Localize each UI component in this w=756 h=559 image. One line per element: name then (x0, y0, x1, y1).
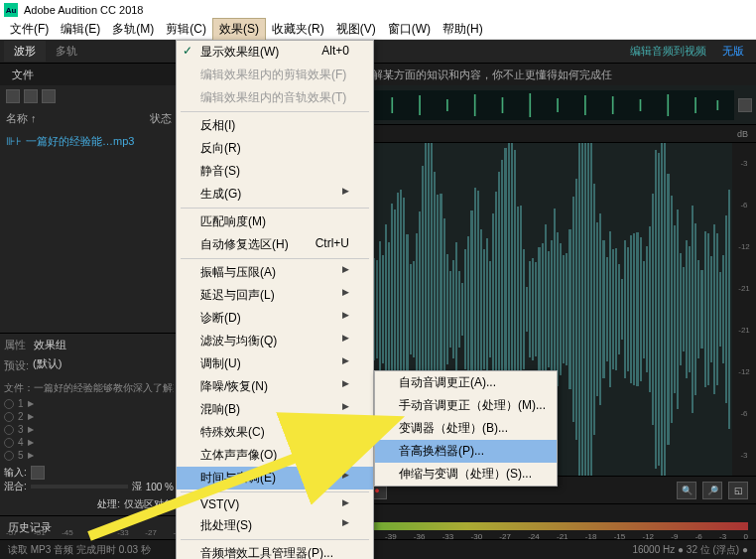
waveform-icon: ⊪⊦ (6, 135, 22, 148)
preset-label: 预设: (4, 356, 29, 375)
dd-pitch-bender[interactable]: 变调器（处理）(B)... (375, 417, 557, 440)
tab-properties[interactable]: 属性 (4, 338, 26, 352)
edit-audio-to-video-link[interactable]: 编辑音频到视频 (622, 44, 714, 59)
wet-label: 湿 (132, 480, 142, 493)
app-title: Adobe Audition CC 2018 (24, 4, 143, 16)
mode-indicator: 无版 (714, 44, 752, 59)
menu-clip[interactable]: 剪辑(C) (160, 19, 212, 40)
fx-slot-1[interactable]: 1▶ (4, 397, 174, 410)
zoom-icon[interactable] (738, 98, 752, 112)
time-pitch-submenu: 自动音调更正(A)... 手动音调更正（处理）(M)... 变调器（处理）(B)… (374, 370, 558, 487)
fx-slot-2[interactable]: 2▶ (4, 410, 174, 423)
dd-generate[interactable]: 生成(G)▶ (177, 183, 373, 206)
mode-toolbar: 波形 多轨 编辑音频到视频 无版 (0, 40, 756, 64)
file-name: 一篇好的经验能…mp3 (26, 134, 134, 149)
files-columns: 名称 ↑ 状态 (0, 107, 178, 130)
title-bar: Au Adobe Audition CC 2018 (0, 0, 756, 20)
chevron-right-icon: ▶ (28, 425, 34, 434)
files-toolbar (0, 85, 178, 107)
menu-multitrack[interactable]: 多轨(M) (106, 19, 160, 40)
fx-slot-5[interactable]: 5▶ (4, 449, 174, 462)
process-value[interactable]: 仅选区对象 (124, 497, 174, 511)
dd-edit-clip-fx: 编辑效果组内的剪辑效果(F) (177, 64, 373, 86)
new-file-icon[interactable] (24, 89, 38, 103)
tab-waveform[interactable]: 波形 (4, 41, 46, 62)
fx-slot-3[interactable]: 3▶ (4, 423, 174, 436)
dd-special[interactable]: 特殊效果(C)▶ (177, 421, 373, 444)
zoom-out-icon[interactable]: 🔎 (702, 482, 722, 499)
power-icon[interactable] (4, 451, 14, 461)
input-label: 输入: (4, 466, 27, 480)
dd-delay-echo[interactable]: 延迟与回声(L)▶ (177, 284, 373, 307)
dd-edit-track-fx: 编辑效果组内的音轨效果(T) (177, 86, 373, 109)
chevron-right-icon: ▶ (28, 438, 34, 447)
power-icon[interactable] (4, 399, 14, 409)
dd-silence[interactable]: 静音(S) (177, 160, 373, 183)
record-icon[interactable] (42, 89, 56, 103)
effects-rack-panel: 属性 效果组 预设: (默认) 文件：一篇好的经验能够教你深入了解某 1▶ 2▶… (0, 333, 178, 515)
chevron-right-icon: ▶ (28, 399, 34, 408)
effects-dropdown: 显示效果组(W)Alt+0 编辑效果组内的剪辑效果(F) 编辑效果组内的音轨效果… (176, 40, 374, 559)
dd-invert[interactable]: 反相(I) (177, 114, 373, 137)
process-label: 处理: (97, 497, 120, 511)
menu-window[interactable]: 窗口(W) (382, 19, 437, 40)
menu-help[interactable]: 帮助(H) (437, 19, 489, 40)
fx-slot-4[interactable]: 4▶ (4, 436, 174, 449)
left-panel: 文件 名称 ↑ 状态 ⊪⊦ 一篇好的经验能…mp3 属性 效果组 预设: (默认… (0, 64, 179, 539)
dd-modulation[interactable]: 调制(U)▶ (177, 352, 373, 375)
power-icon[interactable] (4, 438, 14, 448)
doc-label: 文件：一篇好的经验能够教你深入了解某 (4, 379, 174, 397)
menu-effects[interactable]: 效果(S) (212, 18, 266, 41)
open-file-icon[interactable] (6, 89, 20, 103)
file-item[interactable]: ⊪⊦ 一篇好的经验能…mp3 (0, 130, 178, 153)
dd-show-effects-rack[interactable]: 显示效果组(W)Alt+0 (177, 41, 373, 64)
menu-file[interactable]: 文件(F) (4, 19, 55, 40)
status-left: 读取 MP3 音频 完成用时 0.03 秒 (8, 543, 151, 557)
db-unit: dB (737, 129, 748, 139)
app-logo: Au (4, 3, 18, 17)
col-name[interactable]: 名称 ↑ (6, 111, 150, 126)
dd-stretch-pitch[interactable]: 伸缩与变调（处理）(S)... (375, 463, 557, 486)
dd-diagnostics[interactable]: 诊断(D)▶ (177, 307, 373, 330)
menu-favorites[interactable]: 收藏夹(R) (266, 19, 330, 40)
db-scale: -3-6-12-21-21-12-6-3 (732, 143, 756, 476)
dd-stereo[interactable]: 立体声声像(O)▶ (177, 444, 373, 467)
dd-auto-heal[interactable]: 自动修复选区(H)Ctrl+U (177, 233, 373, 256)
status-right: 16000 Hz ● 32 位 (浮点) ● (632, 543, 748, 557)
dd-reverb[interactable]: 混响(B)▶ (177, 398, 373, 421)
dd-batch[interactable]: 批处理(S)▶ (177, 514, 373, 537)
dd-time-pitch[interactable]: 时间与变调(E)▶ (177, 467, 373, 489)
dd-match-loudness[interactable]: 匹配响度(M) (177, 210, 373, 233)
dd-auto-pitch[interactable]: 自动音调更正(A)... (375, 371, 557, 394)
chevron-right-icon: ▶ (28, 412, 34, 421)
status-bar: 读取 MP3 音频 完成用时 0.03 秒 16000 Hz ● 32 位 (浮… (0, 539, 756, 559)
menu-edit[interactable]: 编辑(E) (55, 19, 106, 40)
mix-slider[interactable] (31, 485, 128, 489)
files-panel-header: 文件 (0, 64, 178, 85)
menu-view[interactable]: 视图(V) (330, 19, 382, 40)
col-status[interactable]: 状态 (150, 111, 172, 126)
mix-label: 混合: (4, 480, 27, 493)
dd-filter-eq[interactable]: 滤波与均衡(Q)▶ (177, 330, 373, 352)
input-meter-icon[interactable] (31, 466, 45, 480)
dd-amplitude[interactable]: 振幅与压限(A)▶ (177, 261, 373, 284)
dd-reverse[interactable]: 反向(R) (177, 137, 373, 160)
power-icon[interactable] (4, 412, 14, 422)
tab-multitrack[interactable]: 多轨 (46, 41, 87, 62)
power-icon[interactable] (4, 425, 14, 435)
zoom-full-icon[interactable]: ◱ (728, 482, 748, 499)
preset-value[interactable]: (默认) (33, 356, 62, 375)
dd-pitch-shifter[interactable]: 音高换档器(P)... (375, 440, 557, 463)
zoom-in-icon[interactable]: 🔍 (677, 482, 696, 499)
mix-percent: 100 % (146, 482, 174, 492)
menu-bar: 文件(F) 编辑(E) 多轨(M) 剪辑(C) 效果(S) 收藏夹(R) 视图(… (0, 20, 756, 40)
chevron-right-icon: ▶ (28, 451, 34, 460)
dd-noise-reduce[interactable]: 降噪/恢复(N)▶ (177, 375, 373, 398)
dd-vst[interactable]: VST(V)▶ (177, 494, 373, 514)
tab-effects-rack[interactable]: 效果组 (34, 338, 66, 352)
dd-manual-pitch[interactable]: 手动音调更正（处理）(M)... (375, 394, 557, 417)
files-tab[interactable]: 文件 (6, 66, 40, 84)
dd-plugin-manager[interactable]: 音频增效工具管理器(P)... (177, 542, 373, 559)
